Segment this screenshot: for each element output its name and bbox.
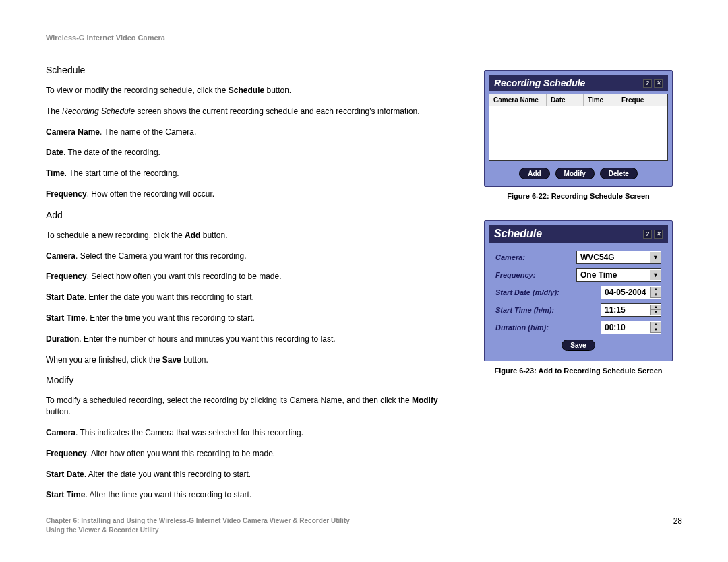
field-start-time: Start Time. Alter the time you want this… xyxy=(46,489,457,501)
field-frequency: Frequency. Alter how often you want this… xyxy=(46,448,457,460)
field-date: Date. The date of the recording. xyxy=(46,147,457,158)
close-icon[interactable]: ✕ xyxy=(654,230,663,239)
label-frequency: Frequency: xyxy=(495,271,576,279)
chevron-down-icon[interactable]: ▼ xyxy=(650,270,661,280)
field-time: Time. The start time of the recording. xyxy=(46,168,457,179)
body-text-column: Schedule To view or modify the recording… xyxy=(46,58,457,510)
schedule-form-screenshot: Schedule ? ✕ Camera: WVC54G ▼ Frequency: xyxy=(484,220,673,361)
window-title-bar: Recording Schedule ? ✕ xyxy=(489,75,668,91)
field-frequency: Frequency. How often the recording will … xyxy=(46,189,457,200)
heading-modify: Modify xyxy=(46,375,457,385)
field-duration: Duration. Enter the number of hours and … xyxy=(46,334,457,345)
add-button[interactable]: Add xyxy=(519,168,549,179)
window-title: Schedule xyxy=(494,228,542,240)
col-date: Date xyxy=(547,94,584,106)
spinner-icon[interactable]: ▲▼ xyxy=(650,287,661,298)
window-title: Recording Schedule xyxy=(494,77,585,88)
paragraph: To schedule a new recording, click the A… xyxy=(46,230,457,241)
page-footer: Chapter 6: Installing and Using the Wire… xyxy=(46,516,682,535)
window-title-bar: Schedule ? ✕ xyxy=(489,225,668,243)
recording-schedule-screenshot: Recording Schedule ? ✕ Camera Name Date … xyxy=(484,70,673,187)
field-start-date: Start Date. Enter the date you want this… xyxy=(46,292,457,303)
footer-section: Using the Viewer & Recorder Utility xyxy=(46,526,350,535)
frequency-dropdown[interactable]: One Time ▼ xyxy=(576,268,661,282)
camera-dropdown[interactable]: WVC54G ▼ xyxy=(576,251,661,264)
figure-caption: Figure 6-22: Recording Schedule Screen xyxy=(507,192,650,200)
paragraph: To modify a scheduled recording, select … xyxy=(46,395,457,418)
page-number: 28 xyxy=(673,516,682,526)
heading-schedule: Schedule xyxy=(46,65,457,75)
heading-add: Add xyxy=(46,210,457,220)
modify-button[interactable]: Modify xyxy=(555,168,595,179)
col-time: Time xyxy=(584,94,617,106)
delete-button[interactable]: Delete xyxy=(600,168,638,179)
label-duration: Duration (h/m): xyxy=(495,323,576,332)
col-frequency: Freque xyxy=(617,94,667,106)
col-camera-name: Camera Name xyxy=(489,94,547,106)
close-icon[interactable]: ✕ xyxy=(654,79,663,88)
field-camera-name: Camera Name. The name of the Camera. xyxy=(46,127,457,138)
start-time-field[interactable]: 11:15 ▲▼ xyxy=(601,303,661,317)
save-button[interactable]: Save xyxy=(562,340,595,351)
figures-column: Recording Schedule ? ✕ Camera Name Date … xyxy=(477,58,679,510)
chevron-down-icon[interactable]: ▼ xyxy=(650,252,661,263)
schedule-table: Camera Name Date Time Freque xyxy=(489,94,668,161)
paragraph: When you are finished, click the Save bu… xyxy=(46,354,457,366)
label-camera: Camera: xyxy=(495,253,576,261)
field-start-time: Start Time. Enter the time you want this… xyxy=(46,313,457,324)
spinner-icon[interactable]: ▲▼ xyxy=(650,305,661,315)
figure-caption: Figure 6-23: Add to Recording Schedule S… xyxy=(495,367,663,375)
field-camera: Camera. Select the Camera you want for t… xyxy=(46,251,457,262)
spinner-icon[interactable]: ▲▼ xyxy=(650,322,661,333)
label-start-date: Start Date (m/d/y): xyxy=(495,288,576,296)
footer-chapter: Chapter 6: Installing and Using the Wire… xyxy=(46,516,350,526)
field-frequency: Frequency. Select how often you want thi… xyxy=(46,271,457,282)
help-icon[interactable]: ? xyxy=(643,79,652,88)
paragraph: The Recording Schedule screen shows the … xyxy=(46,106,457,117)
duration-field[interactable]: 00:10 ▲▼ xyxy=(601,321,661,334)
field-start-date: Start Date. Alter the date you want this… xyxy=(46,469,457,480)
field-camera: Camera. This indicates the Camera that w… xyxy=(46,427,457,439)
start-date-field[interactable]: 04-05-2004 ▲▼ xyxy=(601,286,661,299)
paragraph: To view or modify the recording schedule… xyxy=(46,85,457,96)
label-start-time: Start Time (h/m): xyxy=(495,306,576,314)
document-header: Wireless-G Internet Video Camera xyxy=(46,34,682,42)
help-icon[interactable]: ? xyxy=(643,230,652,239)
